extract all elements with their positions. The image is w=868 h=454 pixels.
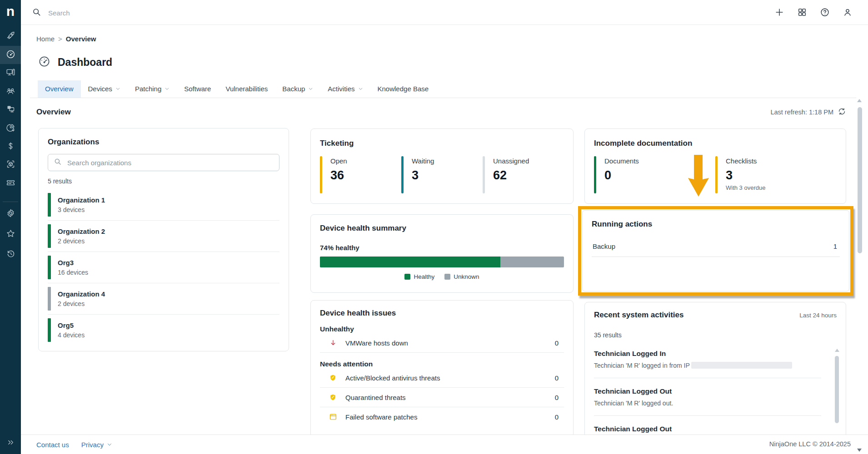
org-list-item[interactable]: Organization 4 2 devices	[48, 283, 279, 315]
ticketing-title: Ticketing	[320, 139, 564, 148]
sidebar-item-remote[interactable]	[0, 101, 21, 119]
org-device-count: 4 devices	[58, 331, 85, 339]
history-clock-icon	[6, 249, 15, 261]
org-device-count: 2 devices	[58, 237, 105, 245]
sidebar-item-ticketing[interactable]	[0, 174, 21, 192]
sidebar-item-devices[interactable]	[0, 64, 21, 82]
footer-links: Contact us Privacy	[36, 435, 112, 454]
sidebar-item-software-inventory[interactable]	[0, 156, 21, 174]
ticket-stat-open[interactable]: Open 36	[320, 156, 401, 193]
ninjaone-logo[interactable]: n	[0, 4, 21, 19]
apps-grid-icon[interactable]	[797, 7, 807, 17]
contact-us-link[interactable]: Contact us	[36, 441, 69, 449]
footer: Contact us Privacy NinjaOne LLC © 2014-2…	[21, 434, 868, 454]
chevron-down-icon	[107, 441, 112, 449]
tab-software[interactable]: Software	[177, 80, 218, 98]
stat-accent-bar	[715, 156, 718, 193]
sidebar-collapse-toggle[interactable]	[0, 435, 21, 451]
sidebar-item-end-users[interactable]	[0, 83, 21, 101]
down-arrow-icon	[329, 338, 338, 347]
privacy-link[interactable]: Privacy	[81, 441, 112, 449]
health-legend: Healthy Unknown	[320, 273, 564, 280]
help-icon[interactable]	[820, 7, 830, 17]
tab-backup[interactable]: Backup	[275, 80, 320, 98]
org-name: Organization 4	[58, 290, 105, 298]
stat-value: 36	[330, 168, 347, 183]
ticket-stat-waiting[interactable]: Waiting 3	[401, 156, 483, 193]
issues-group-heading: Unhealthy	[320, 325, 564, 333]
stat-value: 62	[493, 168, 529, 183]
activity-item[interactable]: Technician Logged In Technician 'M R' lo…	[594, 340, 821, 378]
running-actions-title: Running actions	[592, 220, 840, 229]
sidebar: n	[0, 0, 21, 454]
organizations-search-input[interactable]	[66, 158, 274, 167]
issue-row-vmware[interactable]: VMWare hosts down 0	[320, 333, 564, 353]
organizations-search[interactable]	[48, 154, 279, 171]
tab-activities[interactable]: Activities	[320, 80, 370, 98]
issue-row-quarantined[interactable]: Quarantined threats 0	[320, 388, 564, 407]
device-health-issues-card: Device health issues Unhealthy VMWare ho…	[310, 300, 574, 454]
activities-range: Last 24 hours	[799, 312, 837, 319]
running-action-row-backup[interactable]: Backup 1	[592, 242, 840, 257]
issue-row-failed-patches[interactable]: Failed software patches 0	[320, 407, 564, 426]
issue-label: Quarantined threats	[345, 394, 555, 401]
stat-value: 3	[412, 168, 434, 183]
sidebar-item-settings[interactable]	[0, 204, 21, 224]
add-icon[interactable]	[774, 7, 784, 17]
legend-swatch	[444, 274, 450, 280]
activity-title: Technician Logged In	[594, 350, 821, 358]
ticket-stat-unassigned[interactable]: Unassigned 62	[483, 156, 564, 193]
issue-count: 0	[555, 374, 559, 382]
sidebar-item-billing[interactable]	[0, 138, 21, 156]
tab-vulnerabilities[interactable]: Vulnerabilities	[218, 80, 275, 98]
redacted-text	[691, 362, 792, 369]
doc-stat-checklists[interactable]: Checklists 3 With 3 overdue	[715, 156, 837, 193]
issue-label: Failed software patches	[345, 413, 555, 421]
tab-overview[interactable]: Overview	[38, 80, 81, 98]
tab-knowledge-base[interactable]: Knowledge Base	[370, 80, 436, 98]
scroll-up-arrow[interactable]	[857, 99, 862, 102]
sidebar-item-reports[interactable]	[0, 119, 21, 138]
recent-activities-card: Recent system activities Last 24 hours 3…	[584, 302, 846, 454]
scrollbar-thumb[interactable]	[858, 107, 862, 253]
patch-window-icon	[329, 412, 338, 421]
tab-patching[interactable]: Patching	[128, 80, 177, 98]
healthy-segment	[320, 257, 500, 267]
tab-devices[interactable]: Devices	[81, 80, 128, 98]
org-list-item[interactable]: Org5 4 devices	[48, 315, 279, 345]
org-list-item[interactable]: Organization 2 2 devices	[48, 221, 279, 252]
account-icon[interactable]	[843, 7, 853, 17]
org-health-bar	[48, 193, 51, 217]
top-bar	[21, 0, 868, 25]
issue-label: Active/Blocked antivirus threats	[345, 374, 555, 382]
org-name: Org3	[58, 259, 88, 266]
organizations-result-count: 5 results	[48, 178, 279, 185]
global-search-input[interactable]	[47, 5, 413, 20]
stat-accent-bar	[401, 156, 404, 193]
scrollbar-thumb[interactable]	[835, 356, 839, 423]
legend-healthy: Healthy	[404, 273, 434, 280]
dollar-icon	[6, 141, 15, 153]
org-list-item[interactable]: Org3 16 devices	[48, 252, 279, 283]
breadcrumb-home[interactable]: Home	[36, 35, 55, 43]
sidebar-divider	[3, 202, 18, 202]
stat-subtext: With 3 overdue	[726, 184, 765, 191]
stat-label: Unassigned	[493, 157, 529, 165]
sidebar-item-favorites[interactable]	[0, 224, 21, 244]
issue-row-antivirus[interactable]: Active/Blocked antivirus threats 0	[320, 368, 564, 388]
scroll-down-arrow[interactable]	[857, 449, 862, 452]
scroll-up-arrow[interactable]	[835, 349, 839, 352]
page-title: Dashboard	[58, 56, 112, 69]
org-device-count: 2 devices	[58, 300, 105, 307]
issue-count: 0	[555, 394, 559, 401]
chevron-down-icon	[115, 80, 120, 98]
sidebar-item-getting-started[interactable]	[0, 28, 21, 46]
sidebar-item-dashboard[interactable]	[0, 46, 21, 64]
stat-value: 0	[604, 168, 639, 183]
org-list-item[interactable]: Organization 1 3 devices	[48, 189, 279, 221]
org-name: Organization 1	[58, 196, 105, 204]
sidebar-item-history[interactable]	[0, 245, 21, 265]
activity-item[interactable]: Technician Logged Out Technician 'M R' l…	[594, 378, 821, 416]
org-device-count: 3 devices	[58, 206, 105, 213]
refresh-icon[interactable]	[838, 107, 846, 117]
